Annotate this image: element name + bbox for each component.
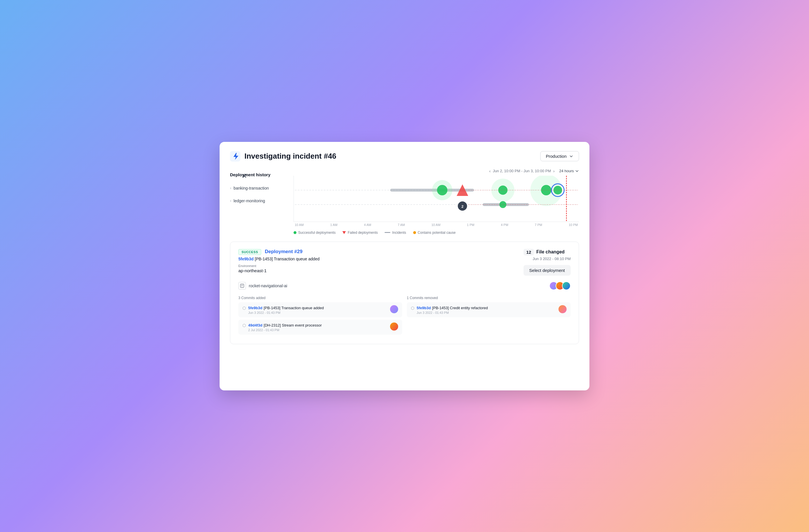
chevron-down-icon xyxy=(569,154,573,159)
legend-potential: Contains potential cause xyxy=(413,230,455,235)
hours-label: 24 hours xyxy=(559,169,574,173)
commit-date-2: 2 Jul 2022 - 01:43 PM xyxy=(248,328,322,332)
close-button[interactable] xyxy=(240,172,248,182)
commit-hash: 5fe9b3d xyxy=(238,257,254,261)
legend-failed: Failed deployments xyxy=(342,230,378,235)
prev-time-btn[interactable]: ‹ xyxy=(489,169,490,173)
legend-line-gray xyxy=(384,232,390,233)
deployment-title: Deployment #29 xyxy=(265,249,302,255)
repo-name-label: rocket-navigational-ai xyxy=(249,284,287,288)
header-left: Investigating incident #46 xyxy=(230,151,336,161)
commit-avatar-1 xyxy=(390,305,398,313)
commit-avatar-r1 xyxy=(558,305,567,313)
svg-text:2: 2 xyxy=(461,204,463,209)
svg-point-6 xyxy=(437,185,448,195)
card-meta: 12 File changed Jun 3 2022 - 08:10 PM Se… xyxy=(523,249,571,276)
status-badge: SUCCESS xyxy=(238,249,261,255)
commit-line: 5fe9b3d [PB-1453] Transaction queue adde… xyxy=(238,257,320,261)
modal: Investigating incident #46 Production De… xyxy=(220,142,589,390)
repo-row: rocket-navigational-ai xyxy=(238,281,571,292)
x-label-2: 4 AM xyxy=(364,223,371,226)
commit-hash-1: 5fe9b3d xyxy=(248,306,262,310)
x-label-3: 7 AM xyxy=(398,223,405,226)
commit-msg-r1: [PB-1453] Credit entity refactored xyxy=(432,306,488,310)
chevron-right-icon: › xyxy=(230,186,231,190)
lightning-icon xyxy=(230,151,240,161)
commits-removed-col: 1 Commits removed ⬡ 5fe9b3d [PB-1453] Cr… xyxy=(407,296,571,337)
legend-triangle-red xyxy=(342,231,346,234)
legend-successful: Successful deployments xyxy=(294,230,335,235)
commit-info-1: 5fe9b3d [PB-1453] Transaction queue adde… xyxy=(248,305,324,314)
commit-added-1: ⬡ 5fe9b3d [PB-1453] Transaction queue ad… xyxy=(238,302,402,317)
commit-removed-1: ⬡ 5fe9b3d [PB-1453] Credit entity refact… xyxy=(407,302,571,317)
next-time-btn[interactable]: › xyxy=(553,169,555,173)
commit-info-r1: 5fe9b3d [PB-1453] Credit entity refactor… xyxy=(417,305,488,314)
commits-grid: 3 Commits added ⬡ 5fe9b3d [PB-1453] Tran… xyxy=(238,296,571,337)
service-name-banking: banking-transaction xyxy=(234,186,269,190)
commit-dot-icon-r1: ⬡ xyxy=(411,306,414,310)
commit-hash-2: 49d4f3d xyxy=(248,323,262,327)
legend-dot-orange xyxy=(413,231,416,234)
commit-item-left-2: ⬡ 49d4f3d [DH-2312] Stream event process… xyxy=(242,323,322,332)
commit-info-2: 49d4f3d [DH-2312] Stream event processor… xyxy=(248,323,322,332)
commit-item-left-1: ⬡ 5fe9b3d [PB-1453] Transaction queue ad… xyxy=(242,305,324,314)
commit-dot-icon-2: ⬡ xyxy=(242,323,246,328)
chart-legend: Successful deployments Failed deployment… xyxy=(294,230,579,235)
file-changed-label: File changed xyxy=(536,250,565,255)
commit-item-left-r1: ⬡ 5fe9b3d [PB-1453] Credit entity refact… xyxy=(411,305,488,314)
commit-date-1: Jun 3 2022 - 01:43 PM xyxy=(248,311,324,314)
commits-added-title: 3 Commits added xyxy=(238,296,402,300)
chevron-right-icon-2: › xyxy=(230,199,231,203)
time-nav: ‹ Jun 2, 10:00 PM - Jun 3, 10:00 PM › xyxy=(489,169,554,173)
x-label-7: 7 PM xyxy=(535,223,542,226)
env-value: ap-northeast-1 xyxy=(238,268,320,273)
legend-incidents: Incidents xyxy=(384,230,406,235)
env-label: Environment xyxy=(238,264,320,268)
x-label-0: 10 AM xyxy=(295,223,304,226)
x-label-4: 10 AM xyxy=(431,223,440,226)
select-deployment-btn[interactable]: Select deployment xyxy=(523,265,571,276)
legend-potential-label: Contains potential cause xyxy=(418,230,455,235)
time-range-label: Jun 2, 10:00 PM - Jun 3, 10:00 PM xyxy=(493,169,551,173)
legend-successful-label: Successful deployments xyxy=(298,230,335,235)
commit-avatar-2 xyxy=(390,323,398,330)
deployment-history-title: Deployment history xyxy=(230,172,294,177)
repo-icon xyxy=(238,282,246,290)
legend-incidents-label: Incidents xyxy=(392,230,406,235)
hours-dropdown[interactable]: 24 hours xyxy=(559,169,579,173)
x-label-1: 1 AM xyxy=(330,223,338,226)
x-label-6: 4 PM xyxy=(501,223,508,226)
close-icon xyxy=(242,173,247,179)
chart-svg: 2 xyxy=(294,176,579,222)
deployment-card: SUCCESS Deployment #29 5fe9b3d [PB-1453]… xyxy=(230,242,579,344)
header: Investigating incident #46 Production xyxy=(230,151,579,161)
service-name-ledger: ledger-monitoring xyxy=(234,199,265,203)
file-count-badge: 12 xyxy=(523,249,534,255)
commit-dot-icon-1: ⬡ xyxy=(242,306,246,310)
contributors-avatars xyxy=(552,281,571,290)
x-label-8: 10 PM xyxy=(569,223,578,226)
legend-failed-label: Failed deployments xyxy=(348,230,378,235)
commits-removed-title: 1 Commits removed xyxy=(407,296,571,300)
svg-rect-20 xyxy=(240,284,244,288)
deployment-date: Jun 3 2022 - 08:10 PM xyxy=(523,257,571,261)
sidebar-item-ledger[interactable]: › ledger-monitoring xyxy=(230,194,294,207)
commit-date-r1: Jun 3 2022 - 01:43 PM xyxy=(417,311,488,314)
commit-msg-1: [PB-1453] Transaction queue added xyxy=(264,306,324,310)
commit-msg-2: [DH-2312] Stream event processor xyxy=(264,323,322,327)
chevron-down-icon-hours xyxy=(575,169,579,173)
commit-hash-r1: 5fe9b3d xyxy=(417,306,431,310)
commit-added-2: ⬡ 49d4f3d [DH-2312] Stream event process… xyxy=(238,320,402,334)
file-changed-row: 12 File changed xyxy=(523,249,571,255)
commit-msg: [PB-1453] Transaction queue added xyxy=(255,257,320,261)
card-info: SUCCESS Deployment #29 5fe9b3d [PB-1453]… xyxy=(238,249,320,273)
time-range-row: ‹ Jun 2, 10:00 PM - Jun 3, 10:00 PM › 24… xyxy=(294,169,579,173)
chart-panel: ‹ Jun 2, 10:00 PM - Jun 3, 10:00 PM › 24… xyxy=(294,169,579,235)
legend-dot-green xyxy=(294,231,296,234)
sidebar-item-banking[interactable]: › banking-transaction xyxy=(230,182,294,194)
avatar-3 xyxy=(562,281,571,290)
card-top: SUCCESS Deployment #29 5fe9b3d [PB-1453]… xyxy=(238,249,571,276)
production-dropdown[interactable]: Production xyxy=(540,151,579,161)
repo-info: rocket-navigational-ai xyxy=(238,282,287,290)
production-label: Production xyxy=(546,154,567,159)
